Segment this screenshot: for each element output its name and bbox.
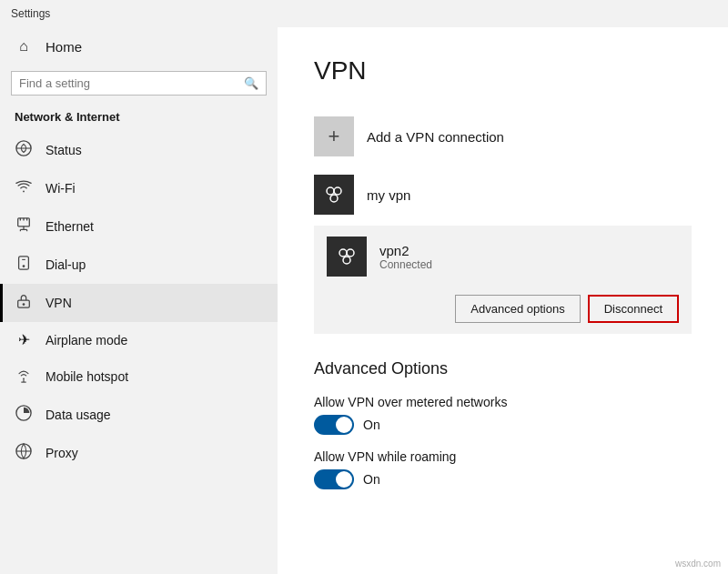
option-roaming: Allow VPN while roaming On: [314, 449, 692, 489]
sidebar-item-status[interactable]: Status: [0, 131, 278, 169]
svg-point-20: [327, 187, 334, 195]
svg-point-21: [334, 187, 341, 195]
toggle-row-roaming: On: [314, 469, 692, 489]
sidebar-item-vpn[interactable]: VPN: [0, 284, 278, 322]
toggle-roaming-text: On: [363, 472, 380, 487]
sidebar: ⌂ Home 🔍 Network & Internet Status: [0, 27, 278, 574]
wifi-icon: [15, 178, 33, 198]
toggle-row-metered: On: [314, 415, 692, 435]
vpn-sidebar-icon: [15, 293, 33, 313]
option-metered-networks: Allow VPN over metered networks On: [314, 395, 692, 435]
svg-point-12: [23, 265, 25, 267]
watermark: wsxdn.com: [675, 559, 721, 569]
sidebar-item-hotspot-label: Mobile hotspot: [46, 369, 128, 384]
toggle-metered-text: On: [363, 418, 380, 432]
dialup-icon: [15, 255, 33, 275]
svg-point-23: [339, 249, 347, 257]
myvpn-info: my vpn: [367, 187, 410, 203]
svg-point-22: [330, 195, 338, 202]
toggle-roaming[interactable]: [314, 469, 354, 489]
proxy-icon: [15, 443, 33, 463]
add-vpn-icon: +: [314, 116, 354, 156]
title-bar: Settings: [0, 0, 728, 27]
sidebar-item-datausage[interactable]: Data usage: [0, 396, 278, 434]
myvpn-name: my vpn: [367, 187, 410, 203]
advanced-options-button[interactable]: Advanced options: [455, 295, 580, 323]
sidebar-home-label: Home: [46, 39, 82, 55]
ethernet-icon: [15, 217, 33, 237]
title-bar-label: Settings: [11, 7, 50, 20]
advanced-options-title: Advanced Options: [314, 359, 692, 378]
datausage-icon: [15, 405, 33, 425]
sidebar-section-title: Network & Internet: [0, 106, 278, 131]
hotspot-icon: [15, 367, 33, 387]
option-roaming-label: Allow VPN while roaming: [314, 449, 692, 464]
content-area: VPN + Add a VPN connection my vpn: [278, 27, 728, 574]
sidebar-home[interactable]: ⌂ Home: [0, 27, 278, 65]
myvpn-icon: [314, 175, 354, 215]
page-title: VPN: [314, 56, 692, 86]
vpn2-status: Connected: [379, 258, 432, 271]
main-layout: ⌂ Home 🔍 Network & Internet Status: [0, 27, 728, 574]
vpn2-item[interactable]: vpn2 Connected: [314, 226, 692, 287]
sidebar-item-wifi-label: Wi-Fi: [46, 181, 76, 196]
sidebar-item-ethernet[interactable]: Ethernet: [0, 207, 278, 246]
sidebar-item-ethernet-label: Ethernet: [46, 219, 94, 234]
vpn2-icon: [327, 237, 367, 277]
vpn2-info: vpn2 Connected: [379, 243, 432, 271]
sidebar-item-dialup-label: Dial-up: [46, 257, 86, 272]
search-input[interactable]: [19, 76, 244, 90]
sidebar-item-status-label: Status: [46, 143, 82, 157]
vpn2-connected-box: vpn2 Connected Advanced options Disconne…: [314, 226, 692, 334]
disconnect-button[interactable]: Disconnect: [588, 295, 679, 323]
svg-point-14: [23, 303, 25, 306]
svg-point-24: [347, 249, 354, 257]
sidebar-item-datausage-label: Data usage: [46, 408, 111, 422]
svg-point-25: [343, 257, 350, 264]
sidebar-item-airplane[interactable]: ✈ Airplane mode: [0, 322, 278, 357]
add-vpn-label: Add a VPN connection: [367, 129, 504, 145]
sidebar-item-proxy[interactable]: Proxy: [0, 434, 278, 472]
sidebar-item-proxy-label: Proxy: [46, 446, 78, 460]
sidebar-item-dialup[interactable]: Dial-up: [0, 246, 278, 284]
vpn2-name: vpn2: [379, 243, 432, 258]
toggle-metered[interactable]: [314, 415, 354, 435]
sidebar-item-hotspot[interactable]: Mobile hotspot: [0, 357, 278, 396]
svg-rect-10: [19, 257, 29, 269]
option-metered-label: Allow VPN over metered networks: [314, 395, 692, 409]
vpn-item-myvpn[interactable]: my vpn: [314, 166, 692, 224]
sidebar-item-vpn-label: VPN: [46, 296, 72, 310]
vpn-actions: Advanced options Disconnect: [314, 287, 692, 334]
plus-icon: +: [329, 125, 340, 148]
home-icon: ⌂: [15, 38, 33, 55]
sidebar-item-airplane-label: Airplane mode: [46, 333, 127, 347]
add-vpn-button[interactable]: + Add a VPN connection: [314, 107, 692, 166]
search-icon: 🔍: [244, 76, 258, 90]
sidebar-item-wifi[interactable]: Wi-Fi: [0, 169, 278, 207]
status-icon: [15, 140, 33, 160]
airplane-icon: ✈: [15, 331, 33, 348]
search-box[interactable]: 🔍: [11, 71, 267, 96]
